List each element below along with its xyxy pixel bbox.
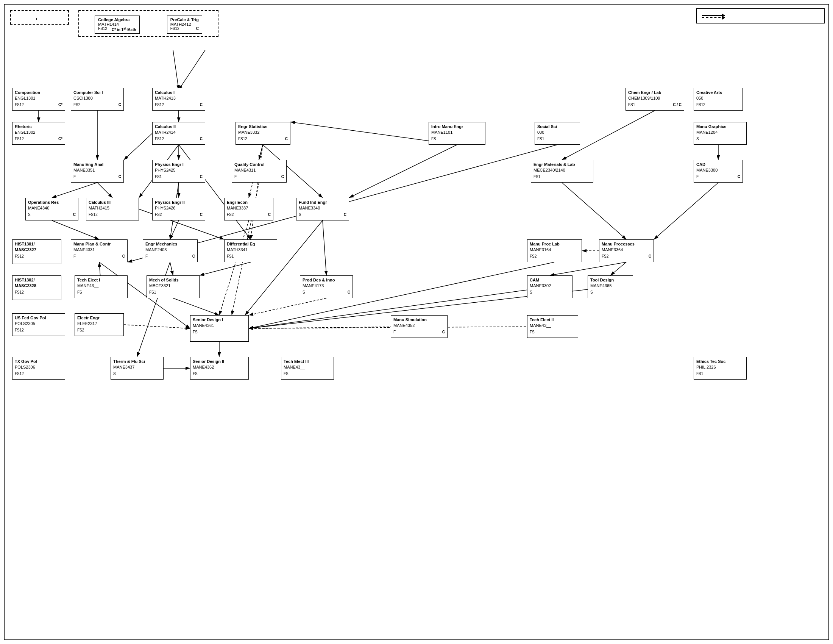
course-grade-MANE3351: C xyxy=(119,174,121,180)
course-code-MANE3437: MANE3437 xyxy=(113,364,161,370)
course-code-MATH2414: MATH2414 xyxy=(155,130,203,135)
course-code-MANE4365: MANE4365 xyxy=(590,283,630,289)
course-code-PHYS2426: PHYS2426 xyxy=(155,205,203,211)
course-code-ENGL1301: ENGL1301 xyxy=(15,95,63,101)
course-name-PHIL2326: Ethics Tec Soc xyxy=(696,359,744,364)
coreq-arrow-icon xyxy=(702,17,725,18)
course-box-MANE2403: Engr MechanicsMANE2403 F C xyxy=(143,240,198,262)
course-meta-MBCE3321: FS1 xyxy=(149,290,197,295)
svg-line-14 xyxy=(52,183,97,198)
course-term-MATH2413: FS12 xyxy=(155,102,164,108)
course-term-MANE3437: S xyxy=(113,371,116,377)
course-term-PHIL2326: FS1 xyxy=(696,371,703,377)
course-name-MANE4361: Senior Design I xyxy=(193,317,246,323)
course-code-MANE4361: MANE4361 xyxy=(193,323,246,328)
course-code-CSCI1380: CSCI1380 xyxy=(74,95,121,101)
course-name-PHYS2426: Physics Engr II xyxy=(155,200,203,205)
course-code-POLS2306: POLS2306 xyxy=(15,364,63,370)
course-code-MANE3340: MANE3340 xyxy=(299,205,346,211)
course-box-POLS2305: US Fed Gov PolPOLS2305 FS12 xyxy=(12,313,65,336)
course-meta-MANE3340: S C xyxy=(299,212,346,217)
course-name-MANE4300: Tech Elect I xyxy=(77,277,125,283)
course-meta-ENGL1302: FS12 C* xyxy=(15,136,63,142)
course-meta-MANE4300c: FS xyxy=(284,371,331,377)
course-meta-HIST1302: FS12 xyxy=(15,290,59,295)
legend-prereq xyxy=(702,15,819,16)
course-grade-MANE3364: C xyxy=(649,254,651,259)
svg-line-43 xyxy=(124,134,152,160)
course-name-MANE3364: Manu Processes xyxy=(601,242,651,247)
course-box-MANE4173: Prod Des & InnoMANE4173 S C xyxy=(300,275,353,298)
course-code-MANE1204: MANE1204 xyxy=(696,130,744,135)
course-term-MATH2415: FS12 xyxy=(88,212,98,217)
course-grade-MANE3300: C xyxy=(738,174,740,180)
course-box-HIST1302: HIST1302/ MASC2328 FS12 xyxy=(12,275,61,300)
course-box-MANE4352: Manu SimulationMANE4352 F C xyxy=(391,315,447,338)
svg-line-10 xyxy=(199,262,251,275)
course-name-SS080: Social Sci xyxy=(537,124,577,130)
course-term-CSCI1380: FS2 xyxy=(74,102,80,108)
main-container: College Algebra MATH1414 FS12C* in 1st M… xyxy=(4,4,829,640)
course-meta-ELEE2317: FS2 xyxy=(77,328,121,333)
course-term-MANE3351: F xyxy=(74,174,76,180)
course-meta-MANE3437: S xyxy=(113,371,161,377)
svg-line-23 xyxy=(245,221,323,315)
course-name-MANE3351: Manu Eng Anal xyxy=(74,162,121,167)
svg-line-26 xyxy=(550,262,626,275)
course-term-MANE3332: FS12 xyxy=(238,136,247,142)
course-name-MBCE3321: Mech of Solids xyxy=(149,277,197,283)
course-meta-ENGL1301: FS12 C* xyxy=(15,102,63,108)
svg-line-30 xyxy=(562,183,626,240)
course-meta-PHYS2426: FS2 C xyxy=(155,212,203,217)
course-term-MANE4352: F xyxy=(393,330,396,335)
course-name-MATH2415: Calculus III xyxy=(88,200,136,205)
course-name-ENGL1302: Rhetoric xyxy=(15,124,63,130)
course-meta-MANE4362: FS xyxy=(193,371,246,377)
course-name-MANE4300c: Tech Elect III xyxy=(284,359,331,364)
course-box-PHYS2426: Physics Engr IIPHYS2426 FS2 C xyxy=(152,198,205,221)
course-name-MANE2403: Engr Mechanics xyxy=(145,242,195,247)
svg-line-8 xyxy=(170,221,179,240)
course-code-MANE4311: MANE4311 xyxy=(234,167,284,173)
course-code-MATH3341: MATH3341 xyxy=(227,247,275,253)
course-meta-MANE4365: S xyxy=(590,290,630,295)
course-code-MECE2340: MECE2340/2140 xyxy=(534,167,591,173)
course-meta-CHEM1309: FS1 C / C xyxy=(628,102,682,108)
course-meta-MANE4300: FS xyxy=(77,290,125,295)
svg-line-45 xyxy=(251,145,263,240)
course-grade-MANE4311: C xyxy=(281,174,284,180)
svg-line-34 xyxy=(249,298,326,315)
course-name-MANE3302: CAM xyxy=(530,277,570,283)
svg-line-2 xyxy=(173,50,179,90)
course-term-MANE3302: S xyxy=(530,290,532,295)
legend-coreq xyxy=(702,17,819,18)
course-grade-CSCI1380: C xyxy=(119,102,121,108)
course-code-MANE3351: MANE3351 xyxy=(74,167,121,173)
course-grade-MATH2414: C xyxy=(200,136,203,142)
course-meta-MANE4311: F C xyxy=(234,174,284,180)
course-name-PHYS2425: Physics Engr I xyxy=(155,162,203,167)
course-meta-HIST1301: FS12 xyxy=(15,254,59,259)
course-meta-MANE3337: FS2 C xyxy=(227,212,271,217)
course-box-MATH2414: Calculus IIMATH2414 FS12 C xyxy=(152,122,205,145)
course-grade-CHEM1309: C / C xyxy=(673,102,682,108)
course-term-MECE2340: FS1 xyxy=(534,174,540,180)
course-term-MANE1101: FS xyxy=(431,136,436,142)
course-box-MANE3340: Fund Ind EngrMANE3340 S C xyxy=(296,198,349,221)
course-name-MECE2340: Engr Materials & Lab xyxy=(534,162,591,167)
course-box-MANE3332: Engr StatisticsMANE3332 FS12 C xyxy=(235,122,290,145)
course-code-SS080: 080 xyxy=(537,130,577,135)
svg-line-27 xyxy=(610,262,626,275)
course-name-MANE4362: Senior Design II xyxy=(193,359,246,364)
course-name-POLS2305: US Fed Gov Pol xyxy=(15,315,63,321)
course-code-MANE3302: MANE3302 xyxy=(530,283,570,289)
course-name-MANE3332: Engr Statistics xyxy=(238,124,288,130)
course-term-POLS2305: FS12 xyxy=(15,328,24,333)
course-name-MANE4340: Operations Res xyxy=(28,200,76,205)
course-meta-MANE1101: FS xyxy=(431,136,483,142)
course-code-MANE2403: MANE2403 xyxy=(145,247,195,253)
course-grade-MANE3332: C xyxy=(285,136,288,142)
course-grade-MANE4173: C xyxy=(347,290,350,295)
course-term-MANE3164: FS2 xyxy=(530,254,537,259)
course-term-HIST1302: FS12 xyxy=(15,290,24,295)
